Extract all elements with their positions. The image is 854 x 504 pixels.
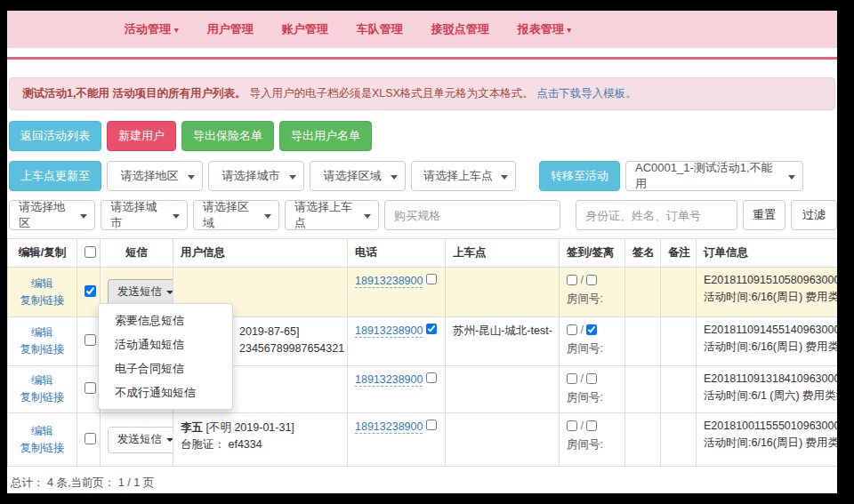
header-checkin-checkout: 签到/签离 [560,239,625,268]
nav-activity-management[interactable]: 活动管理 ▾ [125,21,179,37]
edit-link[interactable]: 编辑 [15,324,69,341]
chevron-down-icon [364,214,371,219]
chevron-down-icon [80,214,87,219]
checkin-checkbox [567,275,577,285]
header-pickup-point: 上车点 [446,239,560,268]
phone-checkbox[interactable] [426,324,437,334]
pickup-point-select-2[interactable]: 请选择上车点 [285,200,379,230]
header-sms: 短信 [101,239,173,268]
remark-cell [661,268,697,317]
pickup-point-cell [446,366,560,413]
nav-report-management[interactable]: 报表管理 ▾ [518,21,572,37]
copy-link[interactable]: 复制链接 [15,389,69,406]
room-number-label: 房间号: [567,437,617,452]
header-edit-copy: 编辑/复制 [8,239,77,268]
page: 活动管理 ▾ 用户管理 账户管理 车队管理 接驳点管理 报表管理 ▾ 测试活动1… [7,11,837,493]
top-navbar: 活动管理 ▾ 用户管理 账户管理 车队管理 接驳点管理 报表管理 ▾ [7,11,837,48]
table-header-row: 编辑/复制 短信 用户信息 电话 上车点 签到/签离 签名 备注 订单信息 [8,239,838,268]
header-order-info: 订单信息 [697,239,838,268]
order-number: E20181109145514096300019 [704,324,837,336]
action-toolbar: 返回活动列表 新建用户 导出保险名单 导出用户名单 [7,121,837,151]
city-select-2[interactable]: 请选择城市 [101,200,187,230]
back-to-activity-list-button[interactable]: 返回活动列表 [9,121,101,151]
checkout-checkbox [586,373,597,384]
search-input[interactable] [576,200,737,230]
chevron-down-icon [391,175,398,180]
order-meta: 活动时间:6/1 (周六) 费用类型 [704,388,837,404]
remark-cell [661,413,697,467]
new-user-button[interactable]: 新建用户 [107,121,176,151]
signature-cell [625,413,661,467]
checkout-checkbox [586,275,597,285]
region-select[interactable]: 请选择地区 [107,161,203,191]
room-number-label: 房间号: [567,390,617,405]
target-activity-select[interactable]: AC0001_1-测试活动1,不能用 [625,161,803,191]
pickup-point-cell [446,413,560,467]
phone-link[interactable]: 18913238900 [355,373,423,387]
phone-link[interactable]: 18913238900 [355,275,423,288]
row-select-checkbox[interactable] [85,382,96,394]
phone-checkbox[interactable] [426,420,437,430]
chevron-down-icon [289,175,296,180]
edit-link[interactable]: 编辑 [15,423,69,440]
copy-link[interactable]: 复制链接 [15,341,69,358]
order-number: E20181001155501096300003 [704,420,837,432]
city-select[interactable]: 请选择城市 [208,161,304,191]
pickup-point-select[interactable]: 请选择上车点 [411,161,516,191]
download-template-link[interactable]: 点击下载导入模板。 [536,87,637,100]
transfer-to-activity-button[interactable]: 转移至活动 [539,161,620,191]
signature-cell [625,268,661,317]
copy-link[interactable]: 复制链接 [15,440,69,457]
pagination-summary: 总计： 4 条,当前页： 1 / 1 页 [7,476,837,491]
accent-divider [7,57,837,60]
row-select-checkbox[interactable] [85,433,96,444]
select-all-checkbox[interactable] [85,246,96,258]
menu-item-econtract-sms[interactable]: 电子合同短信 [99,356,232,380]
phone-link[interactable]: 18913238900 [355,324,423,338]
checkout-checkbox [586,324,597,335]
chevron-down-icon: ▾ [567,25,571,35]
order-number: E20181109131841096300031 [704,372,837,385]
pickup-update-filter-row: 上车点更新至 请选择地区 请选择城市 请选择区域 请选择上车点 转移至活动 AC… [7,161,837,191]
user-info: [不明 2019-01-31] [203,421,294,434]
edit-link[interactable]: 编辑 [15,372,69,389]
checkin-checkbox [567,373,577,384]
phone-checkbox[interactable] [426,372,437,383]
signature-cell [625,366,661,413]
copy-link[interactable]: 复制链接 [15,292,69,309]
row-select-checkbox[interactable] [85,285,96,297]
export-insurance-list-button[interactable]: 导出保险名单 [181,121,274,151]
menu-item-cancel-notice-sms[interactable]: 不成行通知短信 [99,380,232,404]
chevron-down-icon [788,175,795,180]
phone-link[interactable]: 18913238900 [355,420,423,434]
chevron-down-icon [501,175,508,180]
header-signature: 签名 [625,239,661,268]
header-user-info: 用户信息 [173,239,348,268]
send-sms-button[interactable]: 发送短信 [108,279,173,306]
filter-button[interactable]: 过滤 [791,200,837,230]
menu-item-request-info-sms[interactable]: 索要信息短信 [99,308,232,332]
pickup-point-cell [446,268,560,317]
order-meta: 活动时间:6/16(周日) 费用类型 [704,436,837,451]
export-user-list-button[interactable]: 导出用户名单 [279,121,372,151]
district-select-2[interactable]: 请选择区域 [193,200,279,230]
notice-highlight: 测试活动1,不能用 活动项目的所有用户列表。 [22,87,246,100]
row-select-checkbox[interactable] [85,334,96,346]
signature-cell [625,317,661,366]
update-pickup-point-button[interactable]: 上车点更新至 [9,161,101,191]
phone-checkbox[interactable] [426,274,437,284]
chevron-down-icon: ▾ [174,25,179,35]
nav-account-management[interactable]: 账户管理 [282,21,328,37]
chevron-down-icon [173,214,180,219]
reset-button[interactable]: 重置 [743,200,786,230]
region-select-2[interactable]: 请选择地区 [9,200,95,230]
edit-link[interactable]: 编辑 [15,276,69,292]
purchase-spec-input[interactable] [384,200,560,230]
nav-shuttle-point-management[interactable]: 接驳点管理 [431,21,489,37]
district-select[interactable]: 请选择区域 [310,161,406,191]
nav-fleet-management[interactable]: 车队管理 [357,21,403,37]
send-sms-button[interactable]: 发送短信 [108,427,173,453]
room-number-label: 房间号: [567,341,617,356]
menu-item-activity-notice-sms[interactable]: 活动通知短信 [99,332,232,356]
nav-user-management[interactable]: 用户管理 [207,21,254,37]
